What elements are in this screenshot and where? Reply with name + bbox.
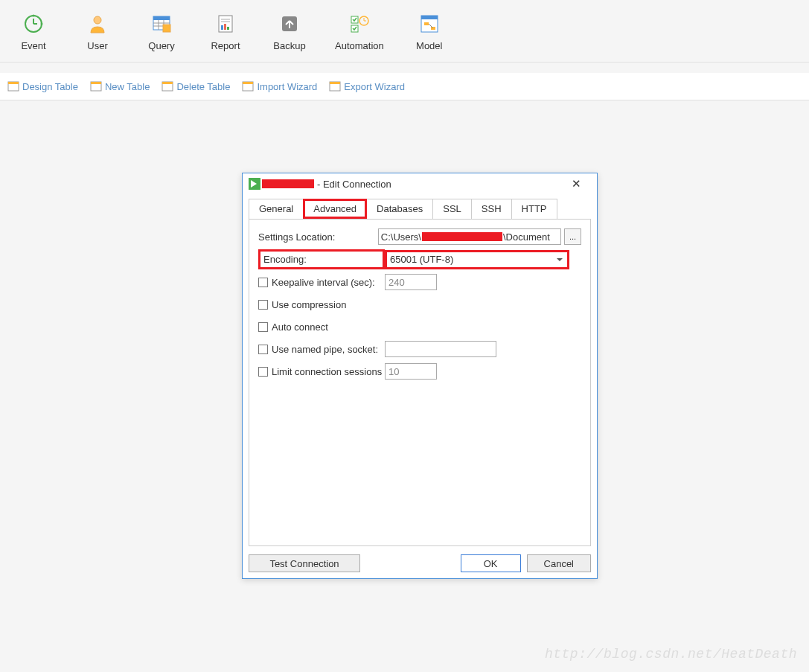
named-pipe-checkbox[interactable] <box>258 345 268 354</box>
named-pipe-row: Use named pipe, socket: <box>258 344 385 355</box>
encoding-label: Encoding: <box>258 249 385 269</box>
redacted-text <box>262 179 314 188</box>
svg-point-5 <box>94 16 101 24</box>
svg-rect-18 <box>227 27 229 30</box>
tab-ssh[interactable]: SSH <box>471 199 512 219</box>
close-icon: ✕ <box>572 177 581 191</box>
toolbar-event-label: Event <box>21 40 45 51</box>
action-design-table[interactable]: Design Table <box>4 79 81 94</box>
keepalive-checkbox[interactable] <box>258 278 268 287</box>
table-delete-icon <box>162 80 173 92</box>
tab-http[interactable]: HTTP <box>511 199 557 219</box>
compression-row: Use compression <box>258 299 346 310</box>
dialog-button-row: Test Connection OK Cancel <box>249 554 591 572</box>
keepalive-input[interactable] <box>385 274 437 290</box>
user-icon <box>87 13 108 34</box>
toolbar-query[interactable]: Query <box>143 13 180 51</box>
tab-databases[interactable]: Databases <box>366 199 433 219</box>
limit-sessions-row: Limit connection sessions <box>258 366 385 377</box>
tab-advanced[interactable]: Advanced <box>303 199 367 219</box>
test-connection-button[interactable]: Test Connection <box>249 554 360 572</box>
table-grid-icon <box>151 13 172 34</box>
toolbar-model[interactable]: Model <box>411 13 448 51</box>
autoconnect-label: Auto connect <box>272 321 328 333</box>
main-toolbar: Event User Query Report Backup Automatio… <box>0 0 809 63</box>
limit-sessions-input[interactable] <box>385 363 437 380</box>
diagram-icon <box>419 13 440 34</box>
autoconnect-row: Auto connect <box>258 321 328 333</box>
svg-rect-17 <box>224 24 226 30</box>
dialog-tabs: General Advanced Databases SSL SSH HTTP <box>249 199 591 219</box>
document-chart-icon <box>215 13 236 34</box>
keepalive-label: Keepalive interval (sec): <box>272 277 375 288</box>
toolbar-automation[interactable]: Automation <box>335 13 384 51</box>
svg-rect-35 <box>162 82 173 84</box>
export-icon <box>329 80 341 92</box>
toolbar-report[interactable]: Report <box>207 13 244 51</box>
encoding-select[interactable]: 65001 (UTF-8) <box>385 250 569 269</box>
settings-location-label: Settings Location: <box>258 231 378 243</box>
toolbar-user-label: User <box>87 40 107 51</box>
watermark-text: http://blog.csdn.net/HeatDeath <box>545 647 797 662</box>
app-icon <box>249 178 260 190</box>
path-suffix: \Document <box>503 231 550 243</box>
toolbar-event[interactable]: Event <box>15 13 52 51</box>
tab-general[interactable]: General <box>249 199 304 219</box>
path-prefix: C:\Users\ <box>381 231 421 243</box>
toolbar-model-label: Model <box>416 40 442 51</box>
action-delete-table[interactable]: Delete Table <box>159 79 233 94</box>
backup-arrow-icon <box>279 13 300 34</box>
svg-rect-27 <box>424 22 429 25</box>
svg-point-4 <box>41 23 43 25</box>
svg-rect-39 <box>330 82 340 84</box>
toolbar-backup-label: Backup <box>273 40 305 51</box>
dialog-titlebar[interactable]: - Edit Connection ✕ <box>243 173 597 194</box>
browse-button[interactable]: ... <box>564 228 581 245</box>
compression-checkbox[interactable] <box>258 300 268 310</box>
svg-rect-16 <box>221 25 223 30</box>
svg-rect-26 <box>421 16 438 19</box>
dialog-title: - Edit Connection <box>317 179 391 190</box>
action-new-table-label: New Table <box>105 81 150 92</box>
named-pipe-input[interactable] <box>385 341 496 357</box>
limit-sessions-checkbox[interactable] <box>258 367 268 377</box>
table-plus-icon <box>90 80 102 92</box>
table-icon <box>7 80 19 92</box>
svg-rect-37 <box>243 82 253 84</box>
svg-point-3 <box>33 15 35 17</box>
named-pipe-label: Use named pipe, socket: <box>272 344 378 355</box>
edit-connection-dialog: - Edit Connection ✕ General Advanced Dat… <box>242 173 598 579</box>
limit-sessions-label: Limit connection sessions <box>272 366 382 377</box>
ok-button[interactable]: OK <box>461 554 521 572</box>
settings-location-field[interactable]: C:\Users\ \Document <box>378 228 561 245</box>
close-button[interactable]: ✕ <box>561 175 591 193</box>
action-import-wizard-label: Import Wizard <box>257 81 317 92</box>
svg-rect-31 <box>8 82 19 84</box>
redacted-text <box>422 232 502 241</box>
action-import-wizard[interactable]: Import Wizard <box>239 79 320 94</box>
action-export-wizard[interactable]: Export Wizard <box>326 79 408 94</box>
cancel-button[interactable]: Cancel <box>527 554 591 572</box>
action-design-table-label: Design Table <box>22 81 78 92</box>
action-export-wizard-label: Export Wizard <box>344 81 405 92</box>
sub-toolbar: Design Table New Table Delete Table Impo… <box>0 73 809 100</box>
toolbar-user[interactable]: User <box>79 13 116 51</box>
checklist-icon <box>349 13 370 34</box>
clock-icon <box>23 13 44 34</box>
toolbar-query-label: Query <box>148 40 174 51</box>
compression-label: Use compression <box>272 299 346 310</box>
toolbar-report-label: Report <box>211 40 240 51</box>
svg-rect-12 <box>163 25 170 32</box>
tab-ssl[interactable]: SSL <box>432 199 472 219</box>
ellipsis-icon: ... <box>569 232 576 241</box>
encoding-value: 65001 (UTF-8) <box>390 254 453 265</box>
action-new-table[interactable]: New Table <box>87 79 153 94</box>
import-icon <box>242 80 254 92</box>
action-delete-table-label: Delete Table <box>176 81 230 92</box>
toolbar-automation-label: Automation <box>335 40 384 51</box>
autoconnect-checkbox[interactable] <box>258 322 268 332</box>
svg-rect-7 <box>153 16 170 20</box>
toolbar-backup[interactable]: Backup <box>271 13 308 51</box>
svg-rect-33 <box>91 82 101 84</box>
tab-panel-advanced: Settings Location: C:\Users\ \Document .… <box>249 219 591 546</box>
